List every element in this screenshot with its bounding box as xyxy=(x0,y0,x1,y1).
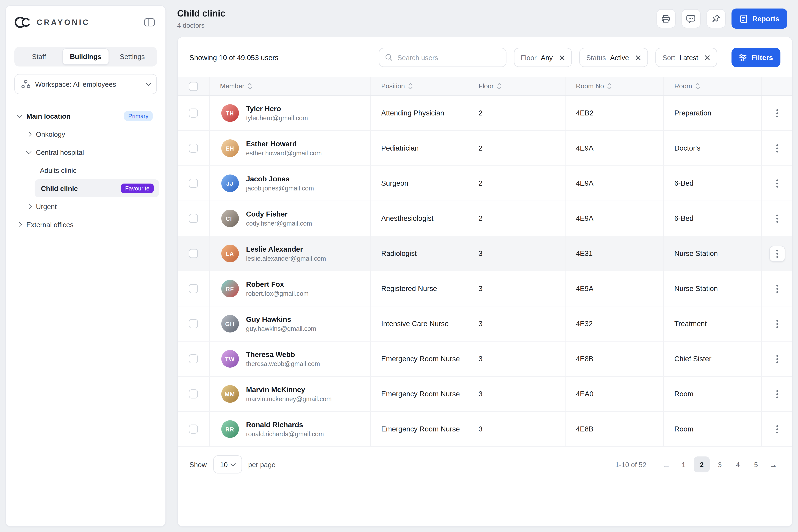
row-checkbox[interactable] xyxy=(189,109,198,118)
kebab-menu-icon xyxy=(776,355,779,363)
column-header-member[interactable]: Member xyxy=(209,77,370,96)
crayonic-logo-icon xyxy=(14,15,32,29)
printer-icon xyxy=(661,14,671,24)
row-menu-button[interactable] xyxy=(770,351,785,367)
per-page-value: 10 xyxy=(220,460,228,469)
tab-staff[interactable]: Staff xyxy=(16,49,62,65)
page-button-5[interactable]: 5 xyxy=(748,456,764,472)
row-menu-button[interactable] xyxy=(770,421,785,437)
brand-name: CRAYONIC xyxy=(37,18,137,26)
column-header-room-no[interactable]: Room No xyxy=(565,77,663,96)
row-menu-button[interactable] xyxy=(770,386,785,402)
row-checkbox[interactable] xyxy=(189,249,198,258)
tab-buildings[interactable]: Buildings xyxy=(62,49,109,65)
row-checkbox[interactable] xyxy=(189,179,198,188)
table-row[interactable]: MM Marvin McKinney marvin.mckenney@gmail… xyxy=(178,377,793,412)
room-cell: 6-Bed xyxy=(663,166,761,201)
row-checkbox[interactable] xyxy=(189,390,198,398)
tree-label: Adults clinic xyxy=(40,166,76,174)
chevron-right-icon xyxy=(26,132,32,136)
sidebar-collapse-button[interactable] xyxy=(142,15,157,29)
table-row[interactable]: RF Robert Fox robert.fox@gmail.com Regis… xyxy=(178,271,793,306)
column-header-floor[interactable]: Floor xyxy=(468,77,565,96)
kebab-menu-icon xyxy=(776,109,779,117)
member-email: tyler.hero@gmail.com xyxy=(246,114,308,122)
room-cell: Preparation xyxy=(663,96,761,131)
row-menu-button[interactable] xyxy=(770,246,785,262)
table-row[interactable]: TH Tyler Hero tyler.hero@gmail.com Atten… xyxy=(178,96,793,131)
table-row[interactable]: CF Cody Fisher cody.fisher@gmail.com Ane… xyxy=(178,201,793,236)
search-input[interactable] xyxy=(379,48,507,67)
member-cell: LA Leslie Alexander leslie.alexander@gma… xyxy=(209,245,370,262)
column-header-room[interactable]: Room xyxy=(663,77,761,96)
page-button-1[interactable]: 1 xyxy=(676,456,691,472)
close-icon[interactable] xyxy=(559,55,565,60)
tree-item-urgent[interactable]: Urgent xyxy=(6,197,159,215)
row-checkbox[interactable] xyxy=(189,354,198,363)
avatar: MM xyxy=(221,385,239,403)
chevron-down-icon xyxy=(146,81,151,86)
floor-cell: 3 xyxy=(468,377,565,412)
print-button[interactable] xyxy=(657,9,676,28)
table-row[interactable]: GH Guy Hawkins guy.hawkins@gmail.com Int… xyxy=(178,306,793,341)
previous-page-arrow-icon[interactable]: ← xyxy=(659,460,673,469)
table-row[interactable]: JJ Jacob Jones jacob.jones@gmail.com Sur… xyxy=(178,166,793,201)
tree-item-adults-clinic[interactable]: Adults clinic xyxy=(6,161,159,179)
tree-item-central-hospital[interactable]: Central hospital xyxy=(6,143,159,161)
table-row[interactable]: RR Ronald Richards ronald.richards@gmail… xyxy=(178,412,793,447)
row-checkbox[interactable] xyxy=(189,284,198,293)
column-label: Position xyxy=(381,82,405,90)
workspace-icon xyxy=(21,80,30,88)
room-no-cell: 4E9A xyxy=(565,131,663,166)
next-page-arrow-icon[interactable]: → xyxy=(766,460,780,469)
table-row[interactable]: EH Esther Howard esther.howard@gmail.com… xyxy=(178,131,793,166)
row-menu-button[interactable] xyxy=(770,281,785,297)
workspace-selector[interactable]: Workspace: All employees xyxy=(14,74,157,94)
page-button-2[interactable]: 2 xyxy=(694,456,710,472)
tree-item-external-offices[interactable]: External offices xyxy=(6,215,159,233)
page-button-4[interactable]: 4 xyxy=(730,456,746,472)
row-checkbox[interactable] xyxy=(189,319,198,328)
tree-item-main-location[interactable]: Main location Primary xyxy=(6,107,159,125)
member-name: Ronald Richards xyxy=(246,421,324,429)
reports-button[interactable]: Reports xyxy=(732,8,787,29)
select-all-checkbox[interactable] xyxy=(189,82,198,91)
page-button-3[interactable]: 3 xyxy=(712,456,728,472)
member-name: Leslie Alexander xyxy=(246,245,326,253)
filter-chip-sort[interactable]: Sort Latest xyxy=(656,48,718,67)
row-checkbox[interactable] xyxy=(189,144,198,153)
row-checkbox[interactable] xyxy=(189,214,198,223)
tree-label: Child clinic xyxy=(41,185,78,192)
tree-item-onkology[interactable]: Onkology xyxy=(6,125,159,143)
room-cell: Room xyxy=(663,412,761,447)
column-header-position[interactable]: Position xyxy=(370,77,468,96)
pin-button[interactable] xyxy=(706,9,726,28)
filter-chip-status[interactable]: Status Active xyxy=(580,48,648,67)
table-row[interactable]: TW Theresa Webb theresa.webb@gmail.com E… xyxy=(178,341,793,377)
row-menu-button[interactable] xyxy=(770,140,785,156)
room-cell: Doctor's xyxy=(663,131,761,166)
table-row[interactable]: LA Leslie Alexander leslie.alexander@gma… xyxy=(178,236,793,271)
row-menu-button[interactable] xyxy=(770,316,785,332)
position-cell: Intensive Care Nurse xyxy=(370,306,468,341)
tree-item-child-clinic[interactable]: Child clinic Favourite xyxy=(35,179,159,197)
close-icon[interactable] xyxy=(705,55,710,60)
member-cell: RF Robert Fox robert.fox@gmail.com xyxy=(209,280,370,298)
row-checkbox[interactable] xyxy=(189,424,198,434)
row-menu-button[interactable] xyxy=(770,210,785,226)
member-cell: CF Cody Fisher cody.fisher@gmail.com xyxy=(209,210,370,227)
avatar: RR xyxy=(221,420,239,438)
comments-button[interactable] xyxy=(682,9,701,28)
avatar: GH xyxy=(221,315,239,332)
column-header-actions xyxy=(761,77,793,96)
per-page-select[interactable]: 10 xyxy=(213,455,242,474)
row-menu-button[interactable] xyxy=(770,105,785,121)
close-icon[interactable] xyxy=(635,55,641,60)
row-menu-button[interactable] xyxy=(770,175,785,191)
filter-chip-floor[interactable]: Floor Any xyxy=(514,48,572,67)
content-card: Showing 10 of 49,053 users Floor Any xyxy=(177,37,793,527)
room-cell: Nurse Station xyxy=(663,271,761,306)
tree-label: Urgent xyxy=(36,203,57,210)
tab-settings[interactable]: Settings xyxy=(109,49,155,65)
filters-button[interactable]: Filters xyxy=(732,48,780,67)
